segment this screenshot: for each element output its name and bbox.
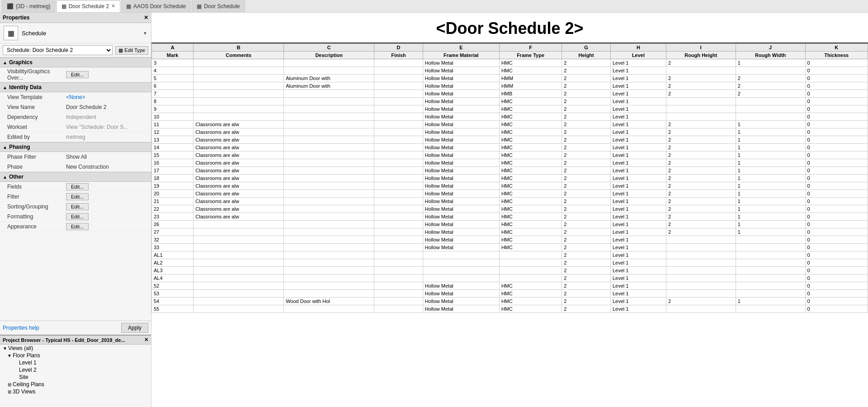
tree-item[interactable]: ▼Floor Plans [0,352,151,359]
section-graphics[interactable]: ▲ Graphics [0,57,151,67]
cell-B-13: Classrooms are alw [193,159,284,167]
tab-door[interactable]: ▦ Door Schedule [192,0,245,12]
table-row[interactable]: AL32Level 10 [152,267,868,274]
table-row[interactable]: 11Classrooms are alwHollow MetalHMC2Leve… [152,121,868,128]
cell-F-16: HMC [499,182,561,190]
schedule-type-dropdown[interactable]: ▼ [143,31,147,36]
schedule-icon-glyph: ▦ [8,29,14,38]
table-row[interactable]: 16Classrooms are alwHollow MetalHMC2Leve… [152,159,868,167]
table-row[interactable]: 55Hollow MetalHMC2Level 10 [152,305,868,313]
table-row[interactable]: 4Hollow MetalHMC2Level 10 [152,67,868,75]
cell-E-1: Hollow Metal [423,67,499,75]
sorting-grouping-edit-btn[interactable]: Edit... [66,203,89,210]
formatting-edit-btn[interactable]: Edit... [66,213,89,220]
cell-K-31: 0 [805,298,868,305]
cell-B-27 [193,267,284,274]
tree-item[interactable]: ⊞Ceiling Plans [0,381,151,388]
tree-item[interactable]: ▼Views (all) [0,345,151,352]
vis-graphics-edit-btn[interactable]: Edit... [66,71,89,78]
table-row[interactable]: 27Hollow MetalHMC2Level 1210 [152,228,868,236]
properties-help-link[interactable]: Properties help [3,325,39,331]
section-phasing[interactable]: ▲ Phasing [0,142,151,152]
appearance-edit-btn[interactable]: Edit... [66,223,89,230]
cell-D-18 [374,198,423,205]
cell-K-23: 0 [805,236,868,244]
table-row[interactable]: 54Wood Door with HolHollow MetalHMC2Leve… [152,298,868,305]
col-letter-J: J [736,44,805,52]
cell-K-14: 0 [805,167,868,175]
table-row[interactable]: 15Classrooms are alwHollow MetalHMC2Leve… [152,151,868,159]
table-row[interactable]: 52Hollow MetalHMC2Level 10 [152,282,868,290]
tree-item[interactable]: Site [0,374,151,381]
tab-3d-icon: ⬛ [7,3,14,9]
cell-A-26: AL2 [152,259,193,267]
cell-B-31 [193,298,284,305]
cell-A-0: 3 [152,59,193,67]
cell-H-21: Level 1 [610,221,666,228]
tab-door2[interactable]: ▦ Door Schedule 2 ✕ [57,0,120,12]
tree-item[interactable]: ⊞3D Views [0,388,151,395]
tree-item[interactable]: Level 1 [0,359,151,366]
tab-3d[interactable]: ⬛ {3D - melmeg} [2,0,56,12]
schedule-wrapper[interactable]: ABCDEFGHIJK MarkCommentsDescriptionFinis… [151,43,868,407]
cell-E-31: Hollow Metal [423,298,499,305]
table-row[interactable]: 26Hollow MetalHMC2Level 1210 [152,221,868,228]
cell-K-3: 0 [805,82,868,90]
main-layout: Properties ✕ ▦ Schedule ▼ Schedule: Door… [0,13,868,407]
table-row[interactable]: 5Aluminum Door withHollow MetalHMM2Level… [152,75,868,82]
tree-expand-icon[interactable]: ⊞ [6,382,13,387]
table-row[interactable]: 3Hollow MetalHMC2Level 1210 [152,59,868,67]
section-identity-data[interactable]: ▲ Identity Data [0,82,151,92]
table-row[interactable]: 9Hollow MetalHMC2Level 10 [152,105,868,113]
cell-A-14: 17 [152,167,193,175]
cell-F-29: HMC [499,282,561,290]
table-row[interactable]: 33Hollow MetalHMC2Level 10 [152,244,868,251]
table-row[interactable]: 7Hollow MetalHMB2Level 1220 [152,90,868,98]
table-row[interactable]: AL12Level 10 [152,251,868,259]
cell-B-21 [193,221,284,228]
tree-item-label: Floor Plans [13,352,151,359]
fields-edit-btn[interactable]: Edit... [66,183,89,190]
tab-door2-close[interactable]: ✕ [111,3,115,9]
tree-item[interactable]: Level 2 [0,366,151,374]
tab-aaos[interactable]: ▦ AAOS Door Schedule [121,0,191,12]
table-row[interactable]: 12Classrooms are alwHollow MetalHMC2Leve… [152,128,868,136]
view-template-value[interactable]: <None> [66,94,148,100]
table-row[interactable]: 22Classrooms are alwHollow MetalHMC2Leve… [152,205,868,213]
cell-I-0: 2 [666,59,736,67]
table-row[interactable]: 14Classrooms are alwHollow MetalHMC2Leve… [152,144,868,151]
project-browser-close[interactable]: ✕ [144,337,148,343]
table-row[interactable]: 13Classrooms are alwHollow MetalHMC2Leve… [152,136,868,144]
section-other[interactable]: ▲ Other [0,172,151,182]
cell-E-8: Hollow Metal [423,121,499,128]
table-row[interactable]: 53Hollow MetalHMC2Level 10 [152,290,868,298]
table-row[interactable]: 21Classrooms are alwHollow MetalHMC2Leve… [152,198,868,205]
cell-B-24 [193,244,284,251]
filter-edit-btn[interactable]: Edit... [66,193,89,200]
table-row[interactable]: 23Classrooms are alwHollow MetalHMC2Leve… [152,213,868,221]
table-row[interactable]: 32Hollow MetalHMC2Level 10 [152,236,868,244]
table-row[interactable]: 8Hollow MetalHMC2Level 10 [152,98,868,105]
apply-button[interactable]: Apply [121,323,148,333]
tree-expand-icon[interactable]: ⊞ [6,389,13,394]
appearance-label: Appearance [7,223,66,230]
table-row[interactable]: 10Hollow MetalHMC2Level 10 [152,113,868,121]
table-row[interactable]: AL22Level 10 [152,259,868,267]
cell-B-22 [193,228,284,236]
col-name-F: Frame Type [499,52,561,59]
tree-expand-icon[interactable]: ▼ [6,353,13,358]
schedule-dropdown[interactable]: Schedule: Door Schedule 2 [3,45,113,55]
table-row[interactable]: 17Classrooms are alwHollow MetalHMC2Leve… [152,167,868,175]
table-row[interactable]: 19Classrooms are alwHollow MetalHMC2Leve… [152,182,868,190]
table-row[interactable]: AL42Level 10 [152,274,868,282]
cell-K-22: 0 [805,228,868,236]
table-row[interactable]: 20Classrooms are alwHollow MetalHMC2Leve… [152,190,868,198]
table-row[interactable]: 18Classrooms are alwHollow MetalHMC2Leve… [152,175,868,182]
cell-F-19: HMC [499,205,561,213]
edit-type-button[interactable]: ▦ Edit Type [115,46,148,55]
close-icon[interactable]: ✕ [144,14,148,21]
table-row[interactable]: 6Aluminum Door withHollow MetalHMM2Level… [152,82,868,90]
cell-I-32 [666,305,736,313]
schedule-title: <Door Schedule 2> [151,13,868,43]
tree-expand-icon[interactable]: ▼ [2,346,8,351]
